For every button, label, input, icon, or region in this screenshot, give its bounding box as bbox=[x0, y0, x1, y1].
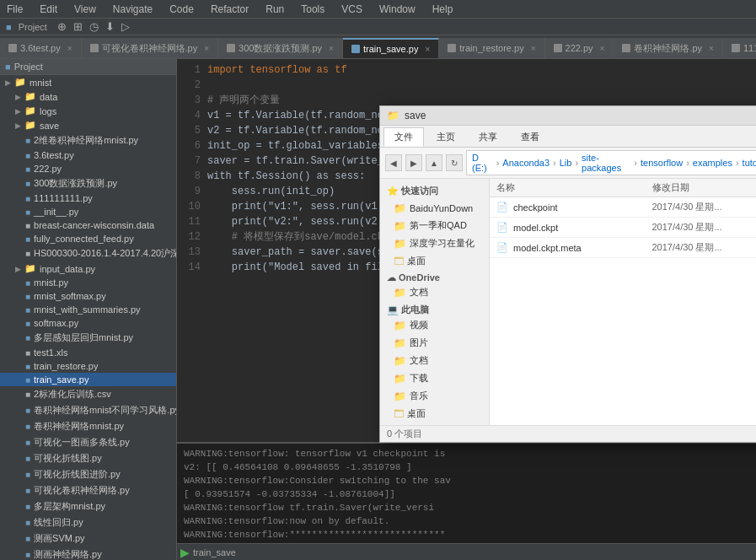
dialog-tab-2[interactable]: 共享 bbox=[468, 127, 508, 147]
editor-tab-5[interactable]: 222.py× bbox=[545, 38, 614, 58]
tab-close-1[interactable]: × bbox=[204, 44, 209, 53]
nav-up-btn[interactable]: ▲ bbox=[426, 154, 442, 171]
address-bar[interactable]: D (E:) › Anaconda3 › Lib › site-packages… bbox=[466, 150, 756, 175]
dlg-deep-learning[interactable]: 📁深度学习在量化 bbox=[380, 234, 489, 252]
sidebar-file-train-save-py[interactable]: ■train_save.py bbox=[0, 373, 176, 386]
editor-tab-3[interactable]: train_save.py× bbox=[343, 38, 439, 58]
sidebar-file-softmax-py[interactable]: ■softmax.py bbox=[0, 316, 176, 330]
sidebar-file---init---py[interactable]: ■__init__.py bbox=[0, 205, 176, 218]
file-type-icon-2: 📄 bbox=[496, 242, 508, 253]
tab-close-6[interactable]: × bbox=[709, 44, 714, 53]
tab-close-5[interactable]: × bbox=[600, 44, 605, 53]
sidebar-file-300-------py[interactable]: ■300数据涨跌预测.py bbox=[0, 175, 176, 191]
menu-help[interactable]: Help bbox=[429, 2, 457, 17]
sidebar-file-mnist-with-summaries-py[interactable]: ■mnist_with_summaries.py bbox=[0, 303, 176, 316]
sidebar-file-------mnist-py[interactable]: ■卷积神经网络mnist.py bbox=[0, 418, 176, 434]
terminal[interactable]: WARNING:tensorflow: tensorflow v1 checkp… bbox=[177, 442, 756, 543]
dlg-docs2[interactable]: 📁文档 bbox=[380, 352, 489, 369]
run-play-btn[interactable]: ▶ bbox=[180, 546, 190, 559]
menu-navigate[interactable]: Navigate bbox=[110, 2, 156, 17]
dlg-first-season[interactable]: 📁第一季和QAD bbox=[380, 217, 489, 234]
dlg-desktop-shortcut[interactable]: 🗔桌面 bbox=[380, 252, 489, 270]
sidebar-file-----------py[interactable]: ■可视化卷积神经网络.py bbox=[0, 482, 176, 498]
dlg-baidu[interactable]: 📁BaiduYunDown bbox=[380, 200, 489, 217]
editor-tab-0[interactable]: 3.6test.py× bbox=[0, 38, 82, 58]
editor-tab-2[interactable]: 300数据涨跌预测.py× bbox=[218, 38, 343, 58]
sidebar-file---SVM-py[interactable]: ■测画SVM.py bbox=[0, 530, 176, 547]
col-name-header[interactable]: 名称 bbox=[496, 181, 652, 194]
dlg-music[interactable]: 📁音乐 bbox=[380, 387, 489, 405]
sidebar-file-breast-cancer-wisconsin-data[interactable]: ■breast-cancer-wisconsin.data bbox=[0, 218, 176, 232]
sidebar-file-test1-xls[interactable]: ■test1.xls bbox=[0, 346, 176, 359]
tab-close-0[interactable]: × bbox=[67, 44, 72, 53]
file-row-1[interactable]: 📄 model.ckpt 2017/4/30 星期... CKPT 文件 1 K… bbox=[490, 218, 756, 238]
menu-tools[interactable]: Tools bbox=[298, 2, 328, 17]
sidebar-file-2-------csv[interactable]: ■2标准化后训练.csv bbox=[0, 386, 176, 402]
toolbar-icon-2[interactable]: ⊞ bbox=[71, 19, 85, 34]
sidebar-file-222-py[interactable]: ■222.py bbox=[0, 162, 176, 175]
nav-refresh-btn[interactable]: ↻ bbox=[446, 154, 463, 171]
sidebar-file-----mnist-py[interactable]: ■多层架构mnist.py bbox=[0, 498, 176, 514]
address-part-0[interactable]: D (E:) bbox=[472, 153, 493, 173]
sidebar-file-111111111-py[interactable]: ■111111111.py bbox=[0, 191, 176, 205]
menu-file[interactable]: File bbox=[3, 2, 26, 17]
sidebar-file----------py[interactable]: ■可视化折线图进阶.py bbox=[0, 466, 176, 482]
file-row-2[interactable]: 📄 model.ckpt.meta 2017/4/30 星期... META 文… bbox=[490, 238, 756, 258]
address-part-1[interactable]: Anaconda3 bbox=[502, 158, 550, 168]
toolbar-icon-4[interactable]: ⬇ bbox=[103, 19, 117, 34]
sidebar-file------py[interactable]: ■线性回归.py bbox=[0, 514, 176, 530]
address-part-6[interactable]: tutorials bbox=[743, 158, 756, 168]
address-part-5[interactable]: examples bbox=[693, 158, 732, 168]
sidebar-file--------py[interactable]: ■测画神经网络.py bbox=[0, 547, 176, 560]
dlg-video[interactable]: 📁视频 bbox=[380, 316, 489, 334]
dialog-tab-3[interactable]: 查看 bbox=[510, 127, 550, 147]
menu-vcs[interactable]: VCS bbox=[338, 2, 366, 17]
tab-close-2[interactable]: × bbox=[329, 44, 334, 53]
sidebar-folder-mnist[interactable]: ▶📁mnist bbox=[0, 75, 176, 89]
sidebar-folder-data[interactable]: ▶📁data bbox=[0, 89, 176, 104]
sidebar-file-mnist-softmax-py[interactable]: ■mnist_softmax.py bbox=[0, 289, 176, 303]
tab-close-3[interactable]: × bbox=[425, 45, 430, 54]
editor-tab-4[interactable]: train_restore.py× bbox=[439, 38, 544, 58]
dlg-desktop2[interactable]: 🗔桌面 bbox=[380, 405, 489, 423]
sidebar-file--------py[interactable]: ■可视化折线图.py bbox=[0, 450, 176, 466]
dialog-tab-1[interactable]: 主页 bbox=[426, 127, 466, 147]
sidebar-folder-logs[interactable]: ▶📁logs bbox=[0, 104, 176, 118]
file-row-0[interactable]: 📄 checkpoint 2017/4/30 星期... 文件 1 KB bbox=[490, 197, 756, 218]
editor-tab-6[interactable]: 卷积神经网络.py× bbox=[614, 38, 723, 58]
sidebar-file-mnist-py[interactable]: ■mnist.py bbox=[0, 276, 176, 289]
address-part-3[interactable]: site-packages bbox=[582, 153, 630, 173]
sidebar-folder-save[interactable]: ▶📁save bbox=[0, 118, 176, 132]
menu-edit[interactable]: Edit bbox=[36, 2, 61, 17]
menu-refactor[interactable]: Refactor bbox=[207, 2, 252, 17]
toolbar-icon-5[interactable]: ▷ bbox=[119, 19, 132, 34]
address-part-4[interactable]: tensorflow bbox=[641, 158, 683, 168]
col-date-header[interactable]: 修改日期 bbox=[652, 181, 756, 194]
dlg-pictures[interactable]: 📁图片 bbox=[380, 334, 489, 352]
tab-close-4[interactable]: × bbox=[531, 44, 536, 53]
menu-view[interactable]: View bbox=[71, 2, 99, 17]
nav-forward-btn[interactable]: ▶ bbox=[405, 154, 422, 171]
sidebar-file-------mnist-------py[interactable]: ■卷积神经网络mnist不同学习风格.py bbox=[0, 402, 176, 418]
menu-window[interactable]: Window bbox=[376, 2, 419, 17]
sidebar-file-HS000300-2016-1-4-2017-4-20-----csv[interactable]: ■HS000300-2016.1.4-2017.4.20沪深指数.csv bbox=[0, 245, 176, 261]
editor-tab-7[interactable]: 111× bbox=[723, 38, 756, 58]
sidebar-file-----------py[interactable]: ■可视化一图画多条线.py bbox=[0, 434, 176, 450]
sidebar-folder-input-data-py[interactable]: ▶📁input_data.py bbox=[0, 261, 176, 276]
file-label: train_restore.py bbox=[34, 361, 98, 371]
sidebar-file-fully-connected-feed-py[interactable]: ■fully_connected_feed.py bbox=[0, 232, 176, 245]
editor-tab-1[interactable]: 可视化卷积神经网络.py× bbox=[82, 38, 219, 58]
menu-code[interactable]: Code bbox=[166, 2, 197, 17]
sidebar-file-3-6test-py[interactable]: ■3.6test.py bbox=[0, 148, 176, 162]
nav-back-btn[interactable]: ◀ bbox=[385, 154, 402, 171]
sidebar-file-2-------mnist-py[interactable]: ■2维卷积神经网络mnist.py bbox=[0, 132, 176, 148]
address-part-2[interactable]: Lib bbox=[560, 158, 572, 168]
toolbar-icon-3[interactable]: ◷ bbox=[87, 19, 101, 34]
toolbar-icon-1[interactable]: ⊕ bbox=[55, 19, 69, 34]
dlg-documents[interactable]: 📁文档 bbox=[380, 283, 489, 301]
sidebar-file-train-restore-py[interactable]: ■train_restore.py bbox=[0, 359, 176, 373]
dialog-tab-0[interactable]: 文件 bbox=[383, 127, 424, 147]
menu-run[interactable]: Run bbox=[262, 2, 287, 17]
dlg-downloads[interactable]: 📁下载 bbox=[380, 369, 489, 387]
sidebar-file--------mnist-py[interactable]: ■多层感知层回归mnist.py bbox=[0, 330, 176, 346]
